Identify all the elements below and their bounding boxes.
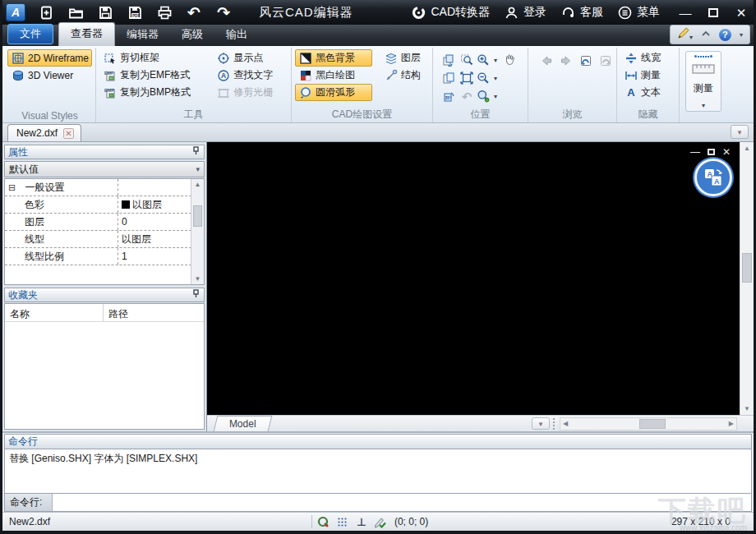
tab-output[interactable]: 输出 bbox=[214, 24, 259, 46]
translate-overlay-button[interactable]: A A bbox=[694, 159, 732, 196]
zoom-out-button[interactable] bbox=[477, 71, 490, 85]
copy-emf-button[interactable]: EMF 复制为EMF格式 bbox=[99, 67, 205, 84]
cut-frame-button[interactable]: 剪切框架 bbox=[99, 49, 205, 67]
zoom-window-button[interactable] bbox=[460, 53, 473, 67]
measure-tool-dropdown-icon[interactable]: ▾ bbox=[702, 102, 705, 109]
panel-options-button[interactable]: ▾ bbox=[731, 125, 749, 139]
pin-icon[interactable] bbox=[191, 289, 201, 301]
model-layout-tab[interactable]: Model bbox=[214, 416, 272, 431]
mdi-close-button[interactable]: ✕ bbox=[722, 147, 731, 157]
wireframe-2d-button[interactable]: 2D Wireframe bbox=[7, 49, 92, 67]
zoom-extents-button[interactable] bbox=[460, 71, 473, 85]
zoom-selected-dropdown-icon[interactable]: ▾ bbox=[494, 93, 497, 100]
property-row-linetype[interactable]: 线型 以图层 bbox=[5, 231, 204, 248]
maximize-button[interactable] bbox=[706, 7, 721, 19]
collapse-section-icon[interactable]: ⊟ bbox=[8, 182, 16, 193]
zoom-in-dropdown-icon[interactable]: ▾ bbox=[494, 57, 497, 64]
black-background-toggle[interactable]: 黑色背景 bbox=[295, 49, 372, 67]
new-file-button[interactable] bbox=[37, 3, 55, 21]
drawing-canvas[interactable]: — ✕ A A ▲ ▼ Model ▾ ◀ bbox=[207, 142, 754, 431]
close-button[interactable]: ✕ bbox=[734, 7, 749, 19]
show-points-button[interactable]: 显示点 bbox=[213, 49, 288, 67]
favorites-name-column[interactable]: 名称 bbox=[5, 304, 104, 321]
scrollbar-thumb[interactable] bbox=[639, 419, 666, 429]
draft-check-icon[interactable] bbox=[374, 516, 386, 528]
osnap-toggle-icon[interactable] bbox=[317, 516, 330, 528]
layout-options-button[interactable]: ▾ bbox=[532, 417, 550, 430]
pin-icon[interactable] bbox=[191, 146, 201, 158]
command-log[interactable]: 替换 [Geniso.SHX] 字体为 [SIMPLEX.SHX] bbox=[4, 449, 752, 494]
ortho-toggle-icon[interactable]: ⊥ bbox=[357, 516, 366, 528]
pan-button[interactable] bbox=[503, 53, 516, 67]
print-button[interactable] bbox=[155, 3, 173, 21]
measure-tool-button[interactable]: 测量 ▾ bbox=[685, 51, 721, 112]
login-button[interactable]: 登录 bbox=[505, 5, 546, 20]
mdi-minimize-button[interactable]: — bbox=[690, 147, 700, 157]
scroll-right-icon[interactable]: ▶ bbox=[729, 420, 734, 427]
page-undo-button[interactable] bbox=[579, 54, 592, 67]
grid-toggle-icon[interactable] bbox=[337, 516, 349, 528]
undo-button[interactable]: ↶ bbox=[185, 3, 203, 21]
page-redo-button[interactable] bbox=[599, 54, 612, 67]
tab-editor[interactable]: 编辑器 bbox=[115, 24, 170, 46]
menu-button[interactable]: 菜单 bbox=[618, 5, 660, 20]
layers-button[interactable]: 图层 bbox=[380, 49, 429, 67]
rotate-35-button[interactable]: 35° bbox=[442, 90, 455, 103]
save-as-pdf-button[interactable]: PDF bbox=[126, 3, 144, 21]
minimize-button[interactable]: — bbox=[678, 7, 693, 19]
browse-back-button[interactable] bbox=[540, 54, 553, 67]
measure-toggle-button[interactable]: 测量 bbox=[620, 67, 675, 84]
cad-converter-button[interactable]: CAD转换器 bbox=[412, 5, 490, 20]
viewer-3d-button[interactable]: 3D Viewer bbox=[7, 67, 92, 84]
help-button[interactable]: ? bbox=[719, 29, 731, 41]
property-row-ltscale[interactable]: 线型比例 1 bbox=[5, 248, 204, 265]
annotate-button[interactable]: ▾ bbox=[677, 27, 693, 42]
properties-preset-dropdown[interactable]: 默认值 ▾ bbox=[4, 161, 205, 177]
splitter-handle[interactable] bbox=[553, 416, 555, 431]
tab-file[interactable]: 文件 bbox=[7, 24, 53, 44]
document-tab-close-icon[interactable]: ✕ bbox=[63, 128, 74, 139]
canvas-horizontal-scrollbar[interactable]: ◀ ▶ bbox=[560, 417, 737, 430]
scroll-left-icon[interactable]: ◀ bbox=[563, 420, 568, 427]
scroll-up-icon[interactable]: ▲ bbox=[740, 145, 754, 152]
scroll-down-icon[interactable]: ▼ bbox=[191, 275, 204, 283]
favorites-path-column[interactable]: 路径 bbox=[104, 304, 204, 321]
redo-button[interactable]: ↷ bbox=[214, 3, 233, 21]
save-button[interactable] bbox=[96, 3, 114, 21]
property-row-color[interactable]: 色彩 以图层 bbox=[5, 196, 204, 214]
headset-icon bbox=[561, 6, 575, 20]
open-file-button[interactable] bbox=[67, 3, 85, 21]
line-width-button[interactable]: 线宽 bbox=[620, 49, 675, 67]
browse-forward-button[interactable] bbox=[560, 54, 573, 67]
scroll-up-icon[interactable]: ▲ bbox=[191, 181, 204, 188]
zoom-selected-button[interactable] bbox=[477, 90, 490, 103]
copy-view-button[interactable] bbox=[442, 71, 455, 85]
find-text-button[interactable]: A 查找文字 bbox=[213, 67, 288, 84]
rotate-view-button[interactable] bbox=[442, 53, 455, 67]
tab-viewer[interactable]: 查看器 bbox=[58, 22, 115, 46]
mdi-restore-button[interactable] bbox=[708, 147, 715, 157]
copy-bmp-button[interactable]: BMP 复制为BMP格式 bbox=[99, 84, 205, 101]
smooth-arc-toggle[interactable]: 圆滑弧形 bbox=[295, 84, 372, 101]
document-tab[interactable]: New2.dxf ✕ bbox=[7, 124, 81, 141]
bw-drawing-button[interactable]: 黑白绘图 bbox=[295, 67, 372, 84]
property-row-layer[interactable]: 图层 0 bbox=[5, 214, 204, 231]
previous-view-button[interactable]: ↶ bbox=[460, 90, 473, 103]
properties-scrollbar[interactable]: ▲ ▼ bbox=[191, 179, 204, 284]
properties-section-row[interactable]: ⊟ 一般设置 bbox=[5, 179, 204, 196]
scrollbar-thumb[interactable] bbox=[742, 253, 752, 283]
tab-advanced[interactable]: 高级 bbox=[170, 24, 214, 46]
command-input[interactable] bbox=[53, 494, 751, 511]
app-logo-icon[interactable]: A bbox=[6, 3, 25, 21]
text-toggle-button[interactable]: A 文本 bbox=[620, 84, 675, 101]
collapse-ribbon-button[interactable] bbox=[701, 29, 711, 41]
zoom-in-button[interactable] bbox=[477, 53, 490, 67]
scrollbar-thumb[interactable] bbox=[193, 205, 202, 227]
zoom-out-dropdown-icon[interactable]: ▾ bbox=[494, 75, 497, 82]
support-button[interactable]: 客服 bbox=[561, 5, 603, 20]
favorites-list[interactable]: 名称 路径 bbox=[4, 303, 205, 430]
trim-raster-button[interactable]: 修剪光栅 bbox=[213, 84, 288, 101]
canvas-vertical-scrollbar[interactable]: ▲ ▼ bbox=[740, 142, 754, 415]
structure-button[interactable]: 结构 bbox=[380, 67, 429, 84]
scroll-down-icon[interactable]: ▼ bbox=[740, 405, 754, 412]
